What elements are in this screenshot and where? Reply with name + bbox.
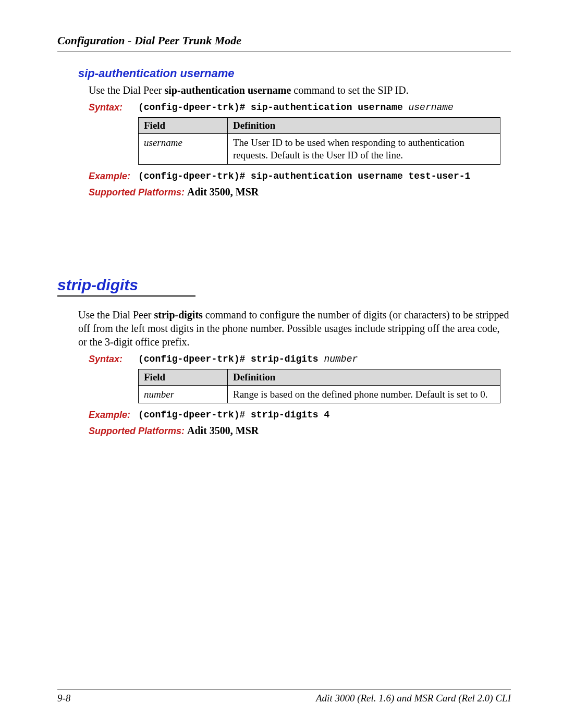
- page-number: 9-8: [57, 693, 70, 704]
- intro-text-strip-digits: Use the Dial Peer strip-digits command t…: [78, 308, 511, 349]
- syntax-cmd-2: (config-dpeer-trk)# strip-digits: [138, 354, 324, 364]
- section-heading-row: strip-digits: [57, 276, 511, 297]
- intro-text-sip-auth: Use the Dial Peer sip-authentication use…: [89, 83, 511, 97]
- table-header-field: Field: [139, 118, 228, 134]
- definition-table-2: Field Definition number Range is based o…: [138, 369, 500, 404]
- example-label: Example:: [89, 171, 138, 182]
- syntax-label: Syntax:: [89, 102, 138, 113]
- platforms-label-2: Supported Platforms:: [89, 426, 187, 436]
- table-cell-field: username: [139, 134, 228, 165]
- example-cmd: (config-dpeer-trk)# sip-authentication u…: [138, 171, 511, 181]
- example-row-1: Example: (config-dpeer-trk)# sip-authent…: [89, 171, 511, 182]
- intro-bold-2: strip-digits: [154, 309, 203, 320]
- footer-rule: [57, 689, 511, 689]
- table-cell-definition-2: Range is based on the defined phone numb…: [228, 385, 500, 403]
- running-head: Configuration - Dial Peer Trunk Mode: [57, 34, 511, 47]
- table-header-definition: Definition: [228, 118, 500, 134]
- intro-pre: Use the Dial Peer: [89, 84, 165, 96]
- header-rule: [57, 52, 511, 52]
- example-cmd-2: (config-dpeer-trk)# strip-digits 4: [138, 410, 511, 420]
- section-heading-strip-digits: strip-digits: [57, 276, 195, 297]
- intro-bold: sip-authentication username: [165, 84, 291, 96]
- doc-title: Adit 3000 (Rel. 1.6) and MSR Card (Rel 2…: [316, 693, 511, 704]
- table-header-definition-2: Definition: [228, 369, 500, 385]
- platforms-row-2: Supported Platforms: Adit 3500, MSR: [89, 425, 511, 437]
- table-header-field-2: Field: [139, 369, 228, 385]
- syntax-row-1: Syntax: (config-dpeer-trk)# sip-authenti…: [89, 102, 511, 113]
- page: Configuration - Dial Peer Trunk Mode sip…: [0, 0, 563, 728]
- intro-pre-2: Use the Dial Peer: [78, 309, 154, 320]
- table-row: number Range is based on the defined pho…: [139, 385, 500, 403]
- page-footer: 9-8 Adit 3000 (Rel. 1.6) and MSR Card (R…: [57, 689, 511, 704]
- platforms-row-1: Supported Platforms: Adit 3500, MSR: [89, 186, 511, 198]
- table-cell-field-2: number: [139, 385, 228, 403]
- platforms-value: Adit 3500, MSR: [187, 186, 259, 198]
- intro-post: command to set the SIP ID.: [291, 84, 408, 96]
- table-row: username The User ID to be used when res…: [139, 134, 500, 165]
- syntax-label-2: Syntax:: [89, 354, 138, 365]
- table-cell-definition: The User ID to be used when responding t…: [228, 134, 500, 165]
- syntax-cmd: (config-dpeer-trk)# sip-authentication u…: [138, 102, 408, 113]
- subsection-title-sip-auth: sip-authentication username: [78, 67, 511, 80]
- example-row-2: Example: (config-dpeer-trk)# strip-digit…: [89, 410, 511, 421]
- syntax-arg-2: number: [324, 354, 358, 364]
- definition-table-1: Field Definition username The User ID to…: [138, 117, 500, 165]
- syntax-arg: username: [408, 102, 453, 113]
- platforms-label: Supported Platforms:: [89, 187, 187, 198]
- syntax-row-2: Syntax: (config-dpeer-trk)# strip-digits…: [89, 354, 511, 365]
- example-label-2: Example:: [89, 410, 138, 421]
- platforms-value-2: Adit 3500, MSR: [187, 425, 259, 436]
